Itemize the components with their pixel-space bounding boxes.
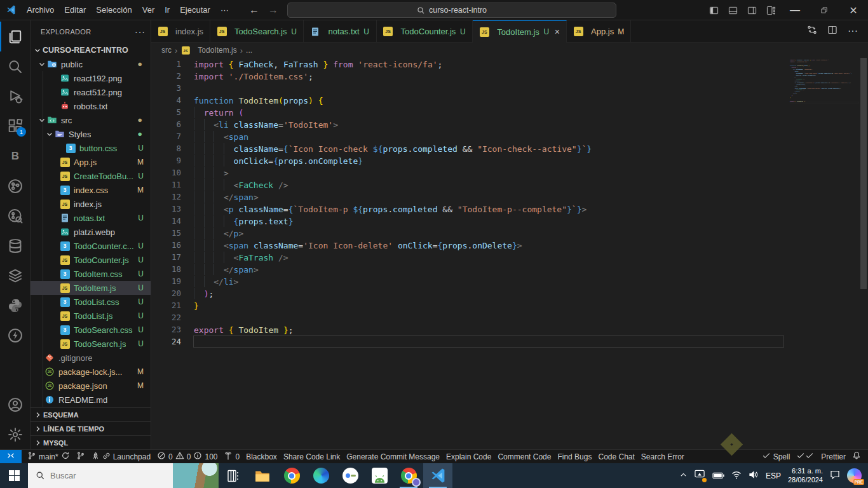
line-number[interactable]: 3 <box>151 82 181 94</box>
code-line[interactable]: 11<FaCheck /> <box>151 179 784 191</box>
comment-code[interactable]: Comment Code <box>494 450 554 463</box>
code-line[interactable]: 22 <box>151 311 784 323</box>
code-line[interactable] <box>788 102 859 104</box>
line-number[interactable]: 5 <box>151 106 181 118</box>
code-line[interactable]: 16<span className='Icon Icon-delete' onC… <box>151 239 784 251</box>
toggle-panel-icon[interactable] <box>723 0 742 20</box>
volume-icon[interactable] <box>749 470 759 482</box>
blackbox-icon[interactable]: B <box>0 141 31 171</box>
line-number[interactable]: 24 <box>151 336 181 348</box>
tree-item--gitignore[interactable]: .gitignore <box>31 351 151 365</box>
notifications[interactable] <box>849 450 864 463</box>
line-number[interactable]: 11 <box>151 179 181 191</box>
line-number[interactable]: 21 <box>151 299 181 311</box>
split-editor-icon[interactable] <box>827 25 837 37</box>
tree-item-platzi-webp[interactable]: platzi.webp <box>31 225 151 239</box>
tab-app-js[interactable]: JSApp.jsM <box>567 20 631 43</box>
tree-item-todolist-js[interactable]: JSTodoList.jsU <box>31 309 151 323</box>
line-number[interactable]: 2 <box>151 70 181 82</box>
section-li-nea-de-tiempo[interactable]: LÍNEA DE TIEMPO <box>31 421 151 435</box>
line-number[interactable]: 19 <box>151 275 181 287</box>
tree-item-src[interactable]: src● <box>31 113 151 127</box>
breadcrumb-item[interactable]: ... <box>246 46 252 55</box>
blackbox[interactable]: Blackbox <box>243 450 280 463</box>
tree-root[interactable]: CURSO-REACT-INTRO <box>31 43 151 57</box>
edge-taskbar-icon[interactable] <box>306 463 336 488</box>
notification-center-icon[interactable] <box>830 470 840 482</box>
tree-item-react192-png[interactable]: react192.png <box>31 71 151 85</box>
compare-changes-icon[interactable] <box>807 25 817 37</box>
code-line[interactable]: 1import { FaCheck, FaTrash } from 'react… <box>151 58 784 70</box>
keyboard-language[interactable]: ESP <box>766 471 781 480</box>
vscode-taskbar-icon[interactable] <box>423 463 452 488</box>
layers-icon[interactable] <box>0 261 31 290</box>
tree-item-index-js[interactable]: JSindex.js <box>31 197 151 211</box>
key-app-taskbar-icon[interactable] <box>336 463 365 488</box>
tree-item-public[interactable]: public● <box>31 57 151 71</box>
code-line[interactable]: 19</li> <box>151 275 784 287</box>
find-bugs[interactable]: Find Bugs <box>554 450 595 463</box>
code-line[interactable]: 6<li className='TodoItem'> <box>151 118 784 130</box>
code-line[interactable]: 20); <box>151 287 784 299</box>
taskbar-search[interactable] <box>28 463 219 488</box>
tree-item-react512-png[interactable]: react512.png <box>31 85 151 99</box>
tree-item-app-js[interactable]: JSApp.jsM <box>31 155 151 169</box>
tree-item-todoitem-css[interactable]: 3TodoItem.cssU <box>31 267 151 281</box>
nav-back-icon[interactable]: ← <box>249 4 259 16</box>
scrollbar-thumb[interactable] <box>860 58 867 289</box>
problems[interactable]: 00100 <box>154 450 220 463</box>
nav-forward-icon[interactable]: → <box>268 4 278 16</box>
code-line[interactable]: 5return ( <box>151 106 784 118</box>
line-number[interactable]: 22 <box>151 311 181 323</box>
code-line[interactable]: 2import './TodoItem.css'; <box>151 70 784 82</box>
search-icon[interactable] <box>0 51 31 81</box>
chrome-taskbar-icon[interactable] <box>277 463 306 488</box>
code-editor[interactable]: 1import { FaCheck, FaTrash } from 'react… <box>151 58 868 449</box>
close-button[interactable]: ✕ <box>839 0 868 20</box>
battery-icon[interactable] <box>712 470 724 482</box>
code-line[interactable]: 23export { TodoItem }; <box>151 323 784 336</box>
broadcast[interactable]: 0 <box>220 450 243 463</box>
line-number[interactable]: 7 <box>151 130 181 142</box>
code-line[interactable]: 13<p className={`TodoItem-p ${props.comp… <box>151 203 784 215</box>
database-icon[interactable] <box>0 231 31 261</box>
tree-item-robots-txt[interactable]: robots.txt <box>31 99 151 113</box>
tree-item-styles[interactable]: Styles● <box>31 127 151 141</box>
code-line[interactable]: 7<span <box>151 130 784 142</box>
tree-item-index-css[interactable]: 3index.cssM <box>31 183 151 197</box>
menu-archivo[interactable]: Archivo <box>22 0 59 20</box>
menu-ir[interactable]: Ir <box>159 0 175 20</box>
accounts-icon[interactable] <box>0 390 31 419</box>
explorer-icon[interactable] <box>0 22 31 51</box>
wifi-icon[interactable] <box>731 470 742 482</box>
more-actions-icon[interactable]: ··· <box>848 25 858 37</box>
tree-item-todosearch-js[interactable]: JSTodoSearch.jsU <box>31 337 151 351</box>
tree-item-todolist-css[interactable]: 3TodoList.cssU <box>31 295 151 309</box>
tree-item-notas-txt[interactable]: notas.txtU <box>31 211 151 225</box>
restore-button[interactable] <box>810 0 839 20</box>
tree-item-package-lock-js-[interactable]: JSpackage-lock.js...M <box>31 365 151 379</box>
tree-item-package-json[interactable]: JSpackage.jsonM <box>31 379 151 393</box>
start-button[interactable] <box>0 463 28 488</box>
code-chat[interactable]: Code Chat <box>595 450 637 463</box>
line-number[interactable]: 13 <box>151 203 181 215</box>
spell-checker[interactable]: Spell <box>759 450 794 463</box>
tree-item-todosearch-css[interactable]: 3TodoSearch.cssU <box>31 323 151 337</box>
menu-ejecutar[interactable]: Ejecutar <box>175 0 215 20</box>
code-line[interactable]: 18</span> <box>151 263 784 275</box>
minimize-button[interactable]: — <box>780 0 810 20</box>
explorer-actions-icon[interactable]: ··· <box>135 27 146 37</box>
code-line[interactable]: 14{props.text} <box>151 215 784 227</box>
line-number[interactable]: 12 <box>151 191 181 203</box>
cast-icon[interactable] <box>695 470 705 482</box>
tree-item-todoitem-js[interactable]: JSTodoItem.jsU <box>31 281 151 295</box>
command-center-search[interactable]: curso-react-intro <box>287 3 616 18</box>
search-error[interactable]: Search Error <box>638 450 688 463</box>
git-graph-icon[interactable] <box>0 171 31 201</box>
bing-daily-image[interactable] <box>173 463 219 488</box>
code-line[interactable]: 17<FaTrash /> <box>151 251 784 263</box>
launchpad[interactable]: Launchpad <box>88 450 154 463</box>
settings-icon[interactable] <box>0 419 31 449</box>
tree-item-todocounter-js[interactable]: JSTodoCounter.jsU <box>31 253 151 267</box>
taskbar-search-input[interactable] <box>50 471 133 480</box>
